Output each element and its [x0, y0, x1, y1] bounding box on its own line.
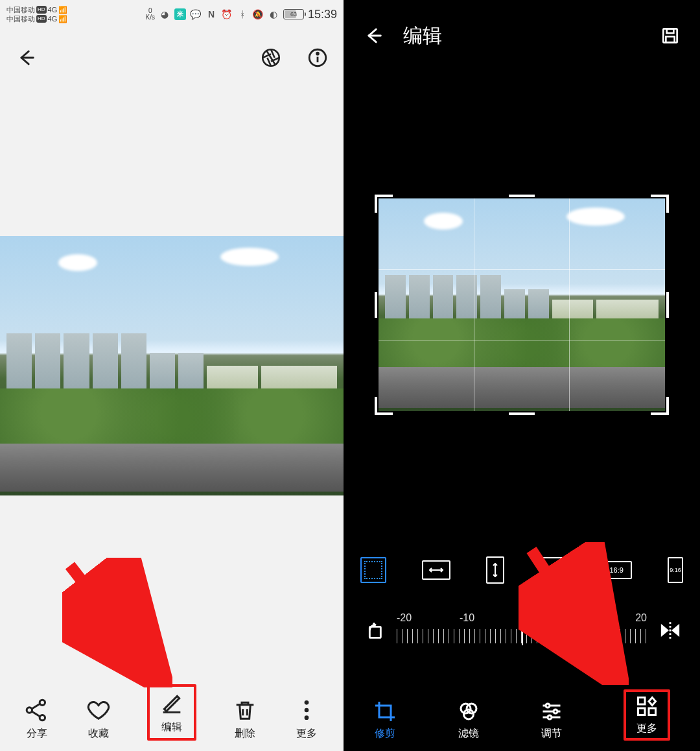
tab-filter[interactable]: 滤镜 [457, 700, 480, 741]
rotation-tick-p10: 10 [576, 612, 588, 624]
crop-frame[interactable] [375, 195, 669, 415]
crop-photo [379, 198, 665, 411]
svg-point-14 [304, 715, 309, 720]
signal-2-icon: 📶 [58, 15, 67, 23]
editor-tab-bar: 修剪 滤镜 调节 更多 [344, 689, 700, 741]
svg-point-13 [304, 708, 309, 713]
mirror-button[interactable] [655, 615, 686, 646]
aspect-9-16-label: 9:16 [670, 567, 681, 573]
camera-aperture-button[interactable] [255, 42, 286, 73]
crop-handle-left[interactable] [375, 292, 377, 318]
carrier-2-label: 中国移动 [6, 15, 35, 23]
crop-handle-top[interactable] [509, 195, 535, 197]
rotate-90-button[interactable] [358, 615, 389, 646]
clock-time: 15:39 [308, 8, 337, 21]
photo-viewer-screen: 中国移动 HD 4G 📶 中国移动 HD 4G 📶 0 K/s ◕ 米 💬 N … [0, 0, 344, 751]
svg-line-10 [32, 711, 40, 717]
aspect-16-9-button[interactable]: 16:9 [601, 561, 632, 579]
svg-marker-24 [673, 626, 679, 635]
edit-button[interactable]: 编辑 [147, 684, 196, 741]
svg-point-34 [548, 715, 552, 719]
battery-percent: 63 [290, 11, 297, 18]
photo-preview[interactable] [0, 236, 344, 495]
svg-marker-23 [662, 626, 668, 635]
battery-indicator: 63 [283, 9, 304, 19]
rotation-tick-n20: -20 [397, 612, 412, 624]
status-bar-left: 中国移动 HD 4G 📶 中国移动 HD 4G 📶 [6, 6, 67, 23]
svg-point-32 [554, 709, 557, 713]
crop-handle-bottom-left[interactable] [375, 397, 393, 415]
back-button[interactable] [10, 42, 41, 73]
save-button[interactable] [655, 20, 686, 51]
bluetooth-icon: ᚼ [237, 8, 248, 20]
crop-handle-top-left[interactable] [375, 195, 393, 213]
annotation-arrow-left [62, 558, 172, 687]
favorite-button[interactable]: 收藏 [86, 697, 111, 741]
svg-rect-21 [369, 626, 380, 638]
share-label: 分享 [27, 727, 47, 741]
crop-handle-bottom[interactable] [509, 412, 535, 415]
viewer-action-bar: 分享 收藏 编辑 删除 更多 [0, 684, 344, 741]
editor-back-button[interactable] [358, 20, 389, 51]
network-1-label: 4G [48, 6, 58, 14]
crop-handle-bottom-right[interactable] [651, 397, 669, 415]
svg-point-12 [304, 700, 309, 705]
rotation-bar: -20 -10 0 10 20 [344, 612, 700, 649]
aspect-1-1-button[interactable]: 1:1 [539, 557, 565, 583]
svg-rect-35 [638, 698, 645, 705]
favorite-label: 收藏 [88, 727, 109, 741]
svg-marker-38 [649, 698, 656, 706]
svg-rect-17 [667, 29, 674, 33]
aspect-1-1-label: 1:1 [548, 566, 557, 574]
svg-rect-37 [649, 708, 656, 715]
svg-rect-18 [666, 36, 674, 42]
svg-rect-36 [638, 708, 645, 715]
eye-comfort-icon: ◐ [268, 8, 279, 20]
viewer-top-bar [0, 29, 344, 87]
tab-filter-label: 滤镜 [458, 727, 479, 741]
crop-handle-right[interactable] [666, 292, 669, 318]
signal-1-icon: 📶 [58, 6, 67, 14]
crop-handle-top-right[interactable] [651, 195, 669, 213]
nfc-icon: N [205, 8, 217, 20]
aspect-ratio-bar: 1:1 16:9 9:16 [344, 556, 700, 584]
rotation-tick-0: 0 [522, 612, 528, 624]
delete-button[interactable]: 删除 [232, 697, 258, 741]
aspect-horizontal-button[interactable] [422, 560, 450, 580]
aspect-16-9-label: 16:9 [609, 566, 623, 574]
info-button[interactable] [302, 42, 333, 73]
svg-line-5 [70, 566, 152, 671]
status-bar: 中国移动 HD 4G 📶 中国移动 HD 4G 📶 0 K/s ◕ 米 💬 N … [0, 0, 344, 29]
rotation-tick-p20: 20 [635, 612, 647, 624]
photo-editor-screen: 编辑 [344, 0, 700, 751]
alarm-icon: ⏰ [221, 8, 233, 20]
svg-point-4 [317, 53, 319, 54]
rotation-tick-n10: -10 [460, 612, 474, 624]
tab-crop-label: 修剪 [375, 727, 395, 741]
tab-more-label: 更多 [636, 722, 657, 735]
aspect-vertical-button[interactable] [486, 556, 504, 584]
more-label: 更多 [296, 727, 317, 741]
mi-home-icon: 米 [174, 8, 186, 20]
carrier-1-label: 中国移动 [6, 6, 35, 14]
tab-adjust-label: 调节 [541, 727, 562, 741]
editor-top-bar: 编辑 [344, 0, 700, 71]
aspect-9-16-button[interactable]: 9:16 [668, 557, 683, 583]
edit-label: 编辑 [161, 721, 182, 734]
wechat-icon: ◕ [159, 8, 170, 20]
tab-more[interactable]: 更多 [624, 689, 670, 741]
more-button[interactable]: 更多 [294, 697, 320, 741]
mute-icon: 🔕 [252, 8, 264, 20]
svg-point-30 [546, 704, 550, 708]
delete-label: 删除 [235, 727, 255, 741]
tab-adjust[interactable]: 调节 [540, 700, 563, 741]
share-button[interactable]: 分享 [24, 697, 50, 741]
aspect-free-button[interactable] [360, 557, 386, 583]
svg-point-28 [463, 709, 473, 719]
tab-crop[interactable]: 修剪 [373, 700, 397, 741]
hd-badge-2: HD [36, 15, 47, 23]
net-speed-unit: K/s [146, 14, 155, 21]
editor-title: 编辑 [403, 23, 442, 49]
svg-line-9 [32, 704, 40, 709]
rotation-slider[interactable]: -20 -10 0 10 20 [397, 612, 647, 649]
